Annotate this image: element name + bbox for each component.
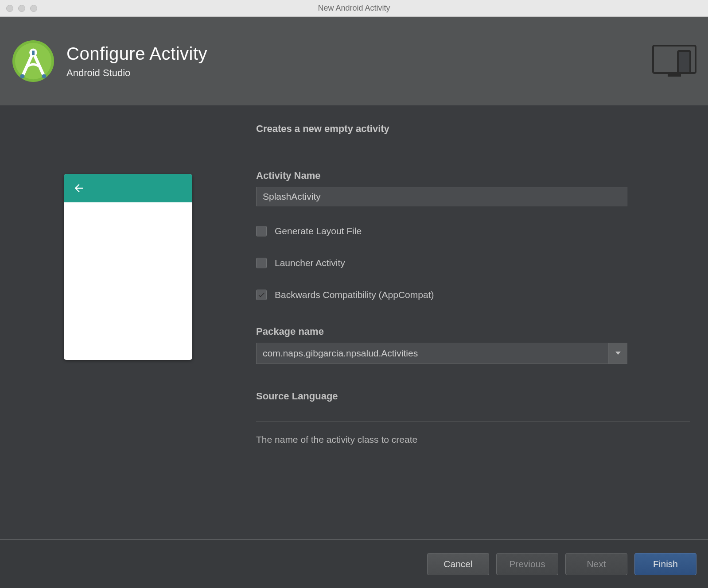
checkmark-icon <box>257 291 265 299</box>
activity-name-label: Activity Name <box>256 170 690 182</box>
divider <box>256 422 690 422</box>
form-column: Creates a new empty activity Activity Na… <box>256 123 708 539</box>
generate-layout-label: Generate Layout File <box>275 226 362 236</box>
svg-point-3 <box>20 74 25 78</box>
backwards-compat-checkbox[interactable] <box>256 290 267 300</box>
source-language-label: Source Language <box>256 391 690 402</box>
page-subtitle: Android Studio <box>66 67 207 79</box>
previous-button[interactable]: Previous <box>496 553 558 575</box>
package-name-dropdown-button[interactable] <box>608 343 627 364</box>
preview-column <box>0 123 256 539</box>
backwards-compat-label: Backwards Compatibility (AppCompat) <box>275 290 434 300</box>
titlebar: New Android Activity <box>0 0 708 17</box>
footer: Cancel Previous Next Finish <box>0 539 708 588</box>
back-arrow-icon <box>73 182 85 194</box>
content-area: Creates a new empty activity Activity Na… <box>0 105 708 539</box>
svg-rect-8 <box>678 51 690 73</box>
window-title: New Android Activity <box>318 4 390 13</box>
svg-rect-5 <box>32 50 35 55</box>
generate-layout-checkbox[interactable] <box>256 226 267 236</box>
activity-name-input[interactable] <box>256 187 627 206</box>
page-title: Configure Activity <box>66 44 207 64</box>
close-window-button[interactable] <box>6 5 13 12</box>
svg-point-4 <box>42 74 47 78</box>
activity-preview <box>64 174 192 360</box>
form-description: Creates a new empty activity <box>256 123 690 135</box>
minimize-window-button[interactable] <box>18 5 25 12</box>
finish-button[interactable]: Finish <box>634 553 696 575</box>
android-studio-logo-icon <box>12 39 55 83</box>
traffic-lights <box>0 5 37 12</box>
launcher-activity-label: Launcher Activity <box>275 258 345 268</box>
header: Configure Activity Android Studio <box>0 17 708 105</box>
package-name-label: Package name <box>256 326 690 337</box>
triangle-down-icon <box>615 351 621 356</box>
cancel-button[interactable]: Cancel <box>427 553 489 575</box>
zoom-window-button[interactable] <box>30 5 37 12</box>
package-name-select[interactable]: com.naps.gibgarcia.npsalud.Activities <box>256 343 627 364</box>
next-button[interactable]: Next <box>565 553 627 575</box>
svg-point-1 <box>15 43 51 79</box>
device-template-icon <box>652 45 696 77</box>
help-text: The name of the activity class to create <box>256 434 690 445</box>
launcher-activity-checkbox[interactable] <box>256 258 267 268</box>
preview-appbar <box>64 174 192 202</box>
package-name-value: com.naps.gibgarcia.npsalud.Activities <box>257 343 608 364</box>
